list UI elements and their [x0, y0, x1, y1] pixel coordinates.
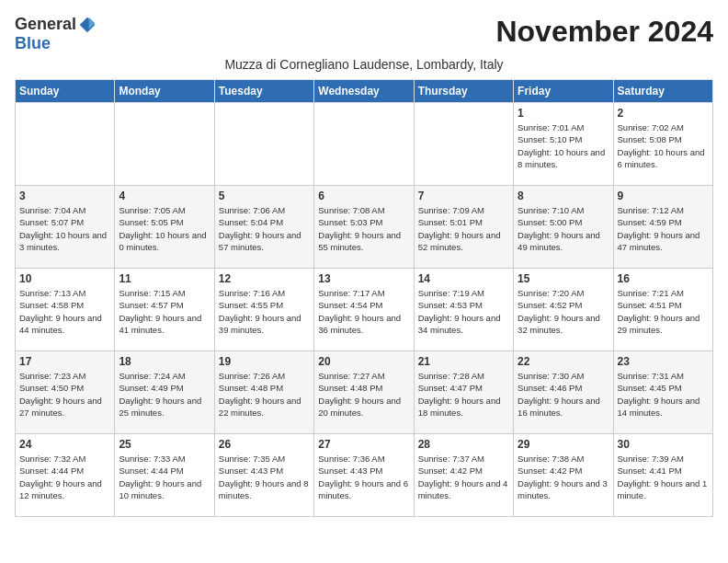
day-number: 10	[19, 272, 110, 285]
day-info: Sunrise: 7:24 AM Sunset: 4:49 PM Dayligh…	[119, 370, 210, 419]
calendar-table: SundayMondayTuesdayWednesdayThursdayFrid…	[15, 79, 713, 517]
day-number: 30	[618, 438, 709, 451]
day-number: 26	[219, 438, 310, 451]
day-header-wednesday: Wednesday	[314, 80, 414, 103]
calendar-cell: 15Sunrise: 7:20 AM Sunset: 4:52 PM Dayli…	[514, 269, 613, 351]
calendar-cell	[16, 103, 115, 186]
day-info: Sunrise: 7:37 AM Sunset: 4:42 PM Dayligh…	[418, 453, 509, 501]
header: General Blue November 2024	[15, 15, 713, 53]
logo: General Blue	[15, 15, 97, 53]
calendar-cell: 19Sunrise: 7:26 AM Sunset: 4:48 PM Dayli…	[214, 351, 313, 434]
calendar-cell: 13Sunrise: 7:17 AM Sunset: 4:54 PM Dayli…	[314, 269, 414, 351]
day-number: 29	[518, 438, 609, 451]
calendar-week-5: 24Sunrise: 7:32 AM Sunset: 4:44 PM Dayli…	[16, 434, 713, 517]
day-number: 14	[418, 272, 509, 285]
calendar-week-1: 1Sunrise: 7:01 AM Sunset: 5:10 PM Daylig…	[16, 103, 713, 186]
calendar-cell: 28Sunrise: 7:37 AM Sunset: 4:42 PM Dayli…	[414, 434, 513, 517]
day-header-sunday: Sunday	[16, 80, 115, 103]
day-number: 12	[219, 272, 310, 285]
day-info: Sunrise: 7:32 AM Sunset: 4:44 PM Dayligh…	[19, 453, 110, 501]
calendar-cell: 25Sunrise: 7:33 AM Sunset: 4:44 PM Dayli…	[115, 434, 214, 517]
calendar-cell: 18Sunrise: 7:24 AM Sunset: 4:49 PM Dayli…	[115, 351, 214, 434]
day-number: 1	[518, 107, 609, 120]
day-number: 25	[119, 438, 210, 451]
day-number: 4	[119, 190, 210, 202]
day-number: 11	[119, 272, 210, 285]
day-header-friday: Friday	[514, 80, 613, 103]
day-number: 8	[518, 190, 609, 202]
calendar-cell: 16Sunrise: 7:21 AM Sunset: 4:51 PM Dayli…	[613, 269, 712, 351]
day-info: Sunrise: 7:15 AM Sunset: 4:57 PM Dayligh…	[119, 287, 210, 336]
day-info: Sunrise: 7:12 AM Sunset: 4:59 PM Dayligh…	[618, 204, 709, 253]
calendar-week-4: 17Sunrise: 7:23 AM Sunset: 4:50 PM Dayli…	[16, 351, 713, 434]
day-header-thursday: Thursday	[414, 80, 513, 103]
calendar-cell: 1Sunrise: 7:01 AM Sunset: 5:10 PM Daylig…	[514, 103, 613, 186]
day-number: 13	[318, 272, 409, 285]
calendar-cell: 9Sunrise: 7:12 AM Sunset: 4:59 PM Daylig…	[613, 186, 712, 269]
day-info: Sunrise: 7:01 AM Sunset: 5:10 PM Dayligh…	[518, 121, 609, 170]
day-info: Sunrise: 7:21 AM Sunset: 4:51 PM Dayligh…	[618, 287, 709, 336]
day-info: Sunrise: 7:28 AM Sunset: 4:47 PM Dayligh…	[418, 370, 509, 419]
day-number: 16	[618, 272, 709, 285]
day-number: 28	[418, 438, 509, 451]
day-number: 5	[219, 190, 310, 202]
calendar-cell: 12Sunrise: 7:16 AM Sunset: 4:55 PM Dayli…	[214, 269, 313, 351]
day-number: 27	[318, 438, 409, 451]
day-header-tuesday: Tuesday	[214, 80, 313, 103]
calendar-cell: 29Sunrise: 7:38 AM Sunset: 4:42 PM Dayli…	[514, 434, 613, 517]
calendar-week-2: 3Sunrise: 7:04 AM Sunset: 5:07 PM Daylig…	[16, 186, 713, 269]
day-info: Sunrise: 7:39 AM Sunset: 4:41 PM Dayligh…	[618, 453, 709, 501]
calendar-cell: 7Sunrise: 7:09 AM Sunset: 5:01 PM Daylig…	[414, 186, 513, 269]
day-info: Sunrise: 7:19 AM Sunset: 4:53 PM Dayligh…	[418, 287, 509, 336]
calendar-cell: 14Sunrise: 7:19 AM Sunset: 4:53 PM Dayli…	[414, 269, 513, 351]
day-header-saturday: Saturday	[613, 80, 712, 103]
day-number: 6	[318, 190, 409, 202]
calendar-cell: 11Sunrise: 7:15 AM Sunset: 4:57 PM Dayli…	[115, 269, 214, 351]
day-number: 2	[618, 107, 709, 120]
day-number: 19	[219, 355, 310, 368]
day-info: Sunrise: 7:31 AM Sunset: 4:45 PM Dayligh…	[618, 370, 709, 419]
calendar-cell	[314, 103, 414, 186]
day-number: 18	[119, 355, 210, 368]
logo-general: General	[15, 15, 76, 34]
day-number: 22	[518, 355, 609, 368]
calendar-cell: 23Sunrise: 7:31 AM Sunset: 4:45 PM Dayli…	[613, 351, 712, 434]
day-info: Sunrise: 7:08 AM Sunset: 5:03 PM Dayligh…	[318, 204, 409, 253]
day-info: Sunrise: 7:33 AM Sunset: 4:44 PM Dayligh…	[119, 453, 210, 501]
day-header-monday: Monday	[115, 80, 214, 103]
day-number: 17	[19, 355, 110, 368]
calendar-cell: 6Sunrise: 7:08 AM Sunset: 5:03 PM Daylig…	[314, 186, 414, 269]
calendar-cell: 3Sunrise: 7:04 AM Sunset: 5:07 PM Daylig…	[16, 186, 115, 269]
day-number: 21	[418, 355, 509, 368]
day-info: Sunrise: 7:13 AM Sunset: 4:58 PM Dayligh…	[19, 287, 110, 336]
calendar-cell: 26Sunrise: 7:35 AM Sunset: 4:43 PM Dayli…	[214, 434, 313, 517]
calendar-cell: 17Sunrise: 7:23 AM Sunset: 4:50 PM Dayli…	[16, 351, 115, 434]
day-info: Sunrise: 7:09 AM Sunset: 5:01 PM Dayligh…	[418, 204, 509, 253]
day-number: 24	[19, 438, 110, 451]
calendar-cell: 21Sunrise: 7:28 AM Sunset: 4:47 PM Dayli…	[414, 351, 513, 434]
calendar-cell: 30Sunrise: 7:39 AM Sunset: 4:41 PM Dayli…	[613, 434, 712, 517]
logo-blue: Blue	[15, 34, 51, 53]
day-info: Sunrise: 7:30 AM Sunset: 4:46 PM Dayligh…	[518, 370, 609, 419]
day-info: Sunrise: 7:06 AM Sunset: 5:04 PM Dayligh…	[219, 204, 310, 253]
day-info: Sunrise: 7:17 AM Sunset: 4:54 PM Dayligh…	[318, 287, 409, 336]
calendar-cell: 8Sunrise: 7:10 AM Sunset: 5:00 PM Daylig…	[514, 186, 613, 269]
calendar-cell: 10Sunrise: 7:13 AM Sunset: 4:58 PM Dayli…	[16, 269, 115, 351]
calendar-cell: 22Sunrise: 7:30 AM Sunset: 4:46 PM Dayli…	[514, 351, 613, 434]
day-info: Sunrise: 7:36 AM Sunset: 4:43 PM Dayligh…	[318, 453, 409, 501]
calendar-cell	[115, 103, 214, 186]
calendar-cell: 2Sunrise: 7:02 AM Sunset: 5:08 PM Daylig…	[613, 103, 712, 186]
calendar-cell: 20Sunrise: 7:27 AM Sunset: 4:48 PM Dayli…	[314, 351, 414, 434]
calendar-body: 1Sunrise: 7:01 AM Sunset: 5:10 PM Daylig…	[16, 103, 713, 517]
day-number: 20	[318, 355, 409, 368]
day-info: Sunrise: 7:26 AM Sunset: 4:48 PM Dayligh…	[219, 370, 310, 419]
logo-icon	[78, 16, 97, 34]
calendar-cell	[214, 103, 313, 186]
calendar-header-row: SundayMondayTuesdayWednesdayThursdayFrid…	[16, 80, 713, 103]
day-info: Sunrise: 7:38 AM Sunset: 4:42 PM Dayligh…	[518, 453, 609, 501]
day-info: Sunrise: 7:27 AM Sunset: 4:48 PM Dayligh…	[318, 370, 409, 419]
day-info: Sunrise: 7:35 AM Sunset: 4:43 PM Dayligh…	[219, 453, 310, 501]
day-info: Sunrise: 7:04 AM Sunset: 5:07 PM Dayligh…	[19, 204, 110, 253]
day-number: 7	[418, 190, 509, 202]
day-info: Sunrise: 7:05 AM Sunset: 5:05 PM Dayligh…	[119, 204, 210, 253]
